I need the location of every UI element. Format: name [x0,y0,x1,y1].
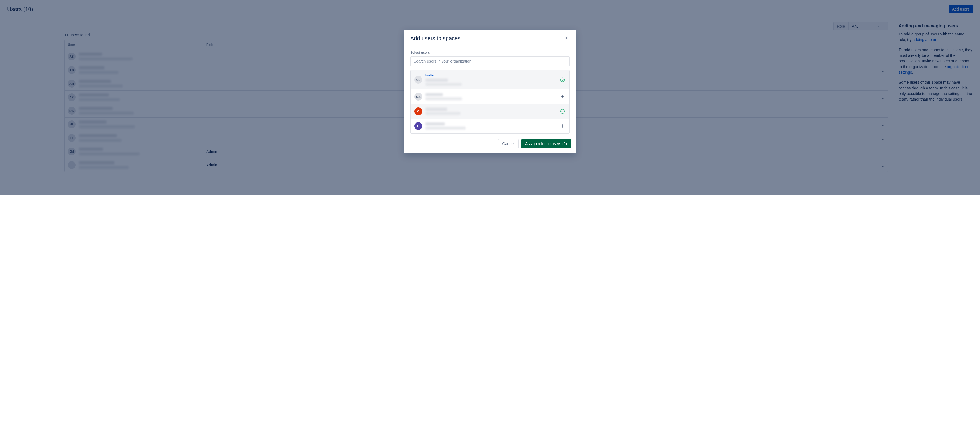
add-plus-icon [560,94,566,100]
selected-check-icon [560,77,566,83]
svg-point-2 [561,78,565,82]
redacted-email [425,126,466,129]
avatar: C [414,107,422,115]
user-picker-item[interactable]: C [410,119,570,133]
redacted-email [425,83,462,86]
dialog-title: Add users to spaces [410,35,460,42]
invited-badge: Invited [425,74,556,77]
user-picker-list: CL Invited CA C C [410,70,570,134]
add-plus-icon [560,123,566,129]
modal-overlay: Add users to spaces Select users CL Invi… [0,0,980,195]
user-picker-item[interactable]: CL Invited [410,70,570,89]
search-input[interactable] [410,56,570,66]
user-picker-item[interactable]: CA [410,89,570,104]
assign-roles-button[interactable]: Assign roles to users (2) [521,139,571,149]
select-users-label: Select users [410,51,570,54]
close-button[interactable] [563,35,570,42]
redacted-email [425,97,462,100]
add-users-dialog: Add users to spaces Select users CL Invi… [404,30,576,153]
avatar: C [414,122,422,130]
cancel-button[interactable]: Cancel [498,139,519,149]
selected-check-icon [560,108,566,114]
redacted-name [425,123,445,126]
svg-point-5 [561,109,565,113]
user-picker-item[interactable]: C [410,104,570,119]
avatar: CA [414,93,422,101]
redacted-name [425,93,443,96]
redacted-email [425,112,460,115]
close-icon [564,36,569,40]
avatar: CL [414,76,422,84]
redacted-name [425,79,448,82]
redacted-name [425,108,447,111]
